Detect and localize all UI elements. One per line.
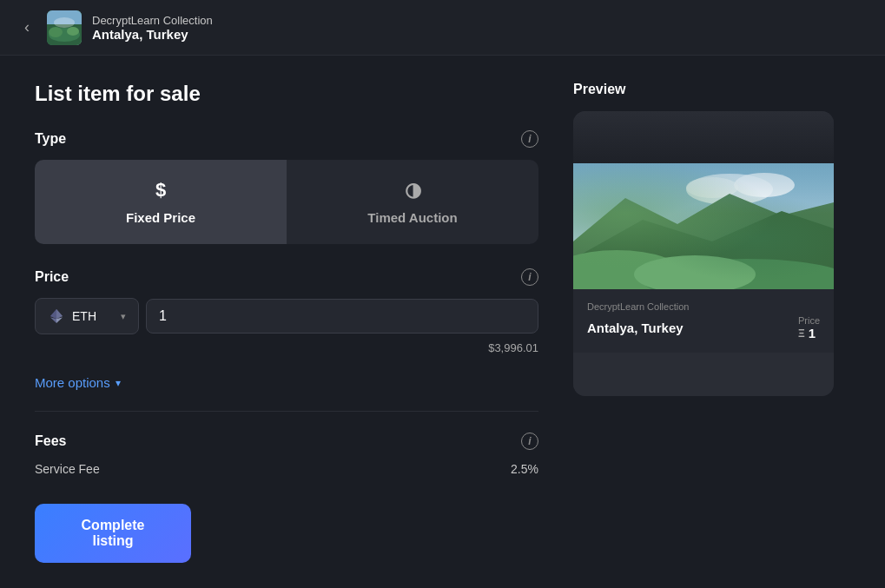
preview-info: DecryptLearn Collection Antalya, Turkey … <box>573 289 834 353</box>
type-section-header: Type i <box>35 130 538 148</box>
preview-price-value: Ξ 1 <box>798 326 820 340</box>
eth-logo <box>48 307 65 325</box>
svg-marker-10 <box>50 309 63 319</box>
type-info-icon[interactable]: i <box>521 130 538 148</box>
fees-label: Fees <box>35 433 66 449</box>
service-fee-value: 2.5% <box>511 462 538 476</box>
price-info-icon[interactable]: i <box>521 268 538 286</box>
preview-details-row: Antalya, Turkey Price Ξ 1 <box>587 315 820 340</box>
currency-label: ETH <box>72 309 114 323</box>
type-selector: $ Fixed Price ◑ Timed Auction <box>35 160 538 244</box>
fees-section-header: Fees i <box>35 433 538 450</box>
divider <box>35 411 538 412</box>
header-collection: DecryptLearn Collection <box>92 14 213 27</box>
svg-point-12 <box>686 174 773 205</box>
price-label: Price <box>35 269 69 285</box>
svg-marker-16 <box>573 211 834 289</box>
header: ‹ DecryptLearn Collection Antalya, Turke… <box>0 0 885 56</box>
service-fee-row: Service Fee 2.5% <box>35 462 538 476</box>
preview-price-label: Price <box>798 315 820 326</box>
fixed-price-label: Fixed Price <box>126 210 195 225</box>
left-panel: List item for sale Type i $ Fixed Price … <box>35 82 538 563</box>
more-options-button[interactable]: More options ▾ <box>35 375 121 390</box>
nft-thumbnail <box>47 10 82 45</box>
currency-selector[interactable]: ETH ▾ <box>35 298 139 334</box>
preview-price-amount: 1 <box>809 326 816 340</box>
svg-point-2 <box>49 27 63 37</box>
more-options-label: More options <box>35 375 110 390</box>
svg-point-14 <box>686 177 738 198</box>
right-panel: Preview <box>573 82 834 563</box>
svg-point-3 <box>67 27 79 36</box>
price-section-header: Price i <box>35 268 538 286</box>
svg-marker-15 <box>573 194 834 289</box>
svg-point-17 <box>573 250 686 289</box>
preview-card-bottom <box>573 353 834 396</box>
svg-point-13 <box>734 173 795 197</box>
main-container: List item for sale Type i $ Fixed Price … <box>0 56 885 588</box>
complete-listing-button[interactable]: Complete listing <box>35 504 191 563</box>
header-info: DecryptLearn Collection Antalya, Turkey <box>92 14 213 42</box>
fees-section: Fees i Service Fee 2.5% <box>35 433 538 476</box>
svg-point-5 <box>54 17 75 28</box>
preview-card: DecryptLearn Collection Antalya, Turkey … <box>573 111 834 396</box>
complete-listing-label: Complete listing <box>82 518 145 548</box>
fixed-price-button[interactable]: $ Fixed Price <box>35 160 287 244</box>
timed-auction-button[interactable]: ◑ Timed Auction <box>287 160 538 244</box>
clock-icon: ◑ <box>405 179 421 202</box>
preview-eth-icon: Ξ <box>798 327 805 340</box>
svg-rect-11 <box>573 163 834 289</box>
preview-collection-name: DecryptLearn Collection <box>587 301 820 312</box>
price-section: Price i ETH <box>35 268 538 354</box>
back-button[interactable]: ‹ <box>17 15 36 40</box>
preview-image-main <box>573 163 834 289</box>
type-label: Type <box>35 131 66 147</box>
svg-point-19 <box>634 255 756 289</box>
fees-info-icon[interactable]: i <box>521 433 538 450</box>
page-title: List item for sale <box>35 82 538 106</box>
currency-chevron-icon: ▾ <box>121 311 126 322</box>
more-options-chevron-icon: ▾ <box>116 377 121 389</box>
dollar-icon: $ <box>155 179 166 202</box>
preview-image-top <box>573 111 834 163</box>
preview-item-name: Antalya, Turkey <box>587 320 684 335</box>
price-input-row: ETH ▾ <box>35 298 538 334</box>
price-input[interactable] <box>146 299 538 334</box>
price-usd: $3,996.01 <box>35 341 538 354</box>
svg-point-18 <box>643 259 834 289</box>
service-fee-label: Service Fee <box>35 462 100 476</box>
preview-price-container: Price Ξ 1 <box>798 315 820 340</box>
header-item-name: Antalya, Turkey <box>92 27 213 42</box>
timed-auction-label: Timed Auction <box>367 210 457 225</box>
preview-label: Preview <box>573 82 834 97</box>
